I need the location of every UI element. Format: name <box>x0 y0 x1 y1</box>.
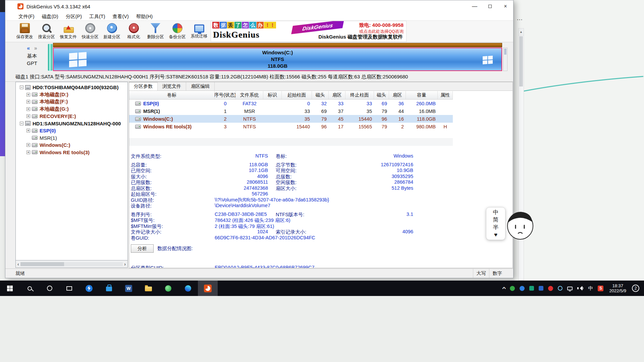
column-header[interactable]: 扇区 <box>389 91 406 99</box>
tray-360-icon[interactable] <box>558 286 562 291</box>
app-edge-button[interactable] <box>178 281 198 296</box>
column-header[interactable]: 磁头 <box>312 91 329 99</box>
tree-item[interactable]: −HD1:SAMSUNGMZNLN128HAHQ-000 <box>16 120 127 127</box>
tree-expander-icon[interactable]: + <box>26 114 30 118</box>
scrollbar-thumb[interactable] <box>20 262 64 266</box>
tree-item[interactable]: +ESP(0) <box>16 127 127 134</box>
tree-expander-icon[interactable]: + <box>26 143 30 147</box>
network-icon[interactable] <box>567 287 573 290</box>
tab-browse-files[interactable]: 浏览文件 <box>158 82 186 90</box>
recover-files-button[interactable]: 恢复文件 <box>58 21 79 42</box>
column-header[interactable]: 磁头 <box>374 91 389 99</box>
partition-row[interactable]: ESP(0)0FAT3203233336936260.0MB <box>129 100 453 107</box>
maximize-button[interactable] <box>482 0 498 12</box>
background-scrollbar[interactable]: ▲ <box>518 28 524 281</box>
menu-item[interactable]: 工具(T) <box>86 13 109 20</box>
notification-count-badge[interactable]: 2 <box>632 285 639 292</box>
app-browser-button[interactable] <box>158 281 178 296</box>
column-header[interactable]: 起始柱面 <box>282 91 312 99</box>
close-button[interactable]: × <box>498 0 513 12</box>
partition-row[interactable]: Windows RE tools(3)3NTFS1544096171556579… <box>129 123 453 130</box>
ime-heart-icon[interactable]: ♥ <box>494 232 497 238</box>
tree-expander-icon[interactable]: − <box>20 122 23 125</box>
ime-mascot[interactable] <box>505 209 534 241</box>
tree-expander-icon[interactable]: + <box>26 93 30 97</box>
partition-bar-windows-c[interactable]: Windows(C:) NTFS 118.0GB <box>53 48 502 71</box>
tree-expander-icon[interactable]: − <box>20 85 23 89</box>
scrollbar-track[interactable] <box>20 262 123 266</box>
column-header[interactable]: 扇区 <box>329 91 345 99</box>
menu-item[interactable]: 文件(F) <box>15 13 38 20</box>
system-migrate-button[interactable]: 系统迁移 <box>189 21 210 42</box>
column-header[interactable]: 卷标 <box>129 91 215 99</box>
tree-item[interactable]: −HD0:TOSHIBAMQ04ABF100(932GB) <box>16 84 127 91</box>
new-partition-button[interactable]: 新建分区 <box>101 21 122 42</box>
tray-driver-icon[interactable] <box>548 286 553 291</box>
minimize-button[interactable]: — <box>467 0 482 12</box>
tree-expander-icon[interactable]: + <box>26 150 30 154</box>
column-header[interactable]: 属性 <box>438 91 453 99</box>
speaker-icon[interactable] <box>577 286 583 291</box>
scroll-left-arrow-icon[interactable]: ‹ <box>17 261 19 267</box>
tree-item[interactable]: +本地磁盘(F:) <box>16 98 127 106</box>
disk-selector-handle[interactable] <box>48 44 52 71</box>
tree-horizontal-scrollbar[interactable]: ‹ › <box>15 260 128 268</box>
search-partition-button[interactable]: 搜索分区 <box>36 21 57 42</box>
disk-graph-scrollbar[interactable] <box>503 48 507 71</box>
backup-partition-button[interactable]: 备份分区 <box>167 21 188 42</box>
menu-item[interactable]: 帮助(H) <box>132 13 156 20</box>
scroll-right-arrow-icon[interactable]: › <box>124 261 126 267</box>
column-header[interactable]: 终止柱面 <box>345 91 374 99</box>
cortana-button[interactable] <box>40 281 59 296</box>
analyze-button[interactable]: 分析 <box>131 244 154 253</box>
tray-app-blue-icon[interactable] <box>520 286 525 291</box>
scroll-up-arrow-icon[interactable]: ▲ <box>519 28 524 36</box>
menu-item[interactable]: 查看(V) <box>109 13 132 20</box>
tree-expander-icon[interactable]: + <box>26 100 30 104</box>
ime-mode-halfwidth[interactable]: 半 <box>493 225 499 230</box>
tree-item[interactable]: +RECOVERY(E:) <box>16 113 127 120</box>
ime-mode-chinese[interactable]: 中 <box>493 209 499 215</box>
ad-banner[interactable]: 数据丢了怎么办！！ DiskGenius DiskGenius 致电: 400-… <box>211 21 407 42</box>
tree-expander-icon[interactable]: + <box>26 107 30 111</box>
menu-item[interactable]: 分区(P) <box>62 13 86 20</box>
tree-item[interactable]: +Windows RE tools(3) <box>16 149 127 156</box>
quick-partition-button[interactable]: 快速分区 <box>79 21 101 42</box>
partition-row[interactable]: Windows(C:)2NTFS357945154409616118.0GB <box>129 115 453 123</box>
format-button[interactable]: 格式化 <box>123 21 144 42</box>
ime-mode-simplified[interactable]: 简 <box>493 217 499 223</box>
menu-item[interactable]: 磁盘(D) <box>38 13 62 20</box>
ime-language-indicator[interactable]: 中 <box>588 285 593 292</box>
taskbar-clock[interactable]: 18:37 2022/5/9 <box>609 283 626 293</box>
app-word-button[interactable] <box>119 281 139 296</box>
app-diskgenius-button[interactable] <box>198 281 218 296</box>
more-options-icon[interactable]: ⋯ <box>515 16 524 23</box>
tree-item[interactable]: +本地磁盘(G:) <box>16 106 127 113</box>
column-header[interactable]: 容量 <box>406 91 438 99</box>
tab-partition-params[interactable]: 分区参数 <box>129 82 158 90</box>
next-disk-arrow-icon[interactable]: » <box>34 45 37 51</box>
scrollbar-thumb[interactable] <box>504 49 506 55</box>
task-view-button[interactable] <box>59 281 79 296</box>
tray-app-teal-icon[interactable] <box>529 286 534 291</box>
app-thunder-button[interactable] <box>79 281 99 296</box>
hidden-icons-chevron-icon[interactable]: ^ <box>502 286 506 291</box>
tree-item[interactable]: +Windows(C:) <box>16 141 127 149</box>
delete-partition-button[interactable]: 删除分区 <box>145 21 166 42</box>
app-store-button[interactable] <box>99 281 119 296</box>
tree-item[interactable]: +本地磁盘(D:) <box>16 91 127 99</box>
sogou-input-icon[interactable]: S <box>598 286 603 291</box>
column-header[interactable]: 文件系统 <box>236 91 263 99</box>
column-header[interactable]: 标识 <box>263 91 282 99</box>
disk-capacity-strip[interactable] <box>53 43 502 47</box>
partition-row[interactable]: MSR(1)1MSR33693735794416.0MB <box>129 107 453 115</box>
tree-expander-icon[interactable]: + <box>26 129 30 132</box>
column-header[interactable]: 序号(状态) <box>215 91 236 99</box>
tray-security-icon[interactable] <box>510 286 515 291</box>
tab-sector-edit[interactable]: 扇区编辑 <box>186 82 215 90</box>
ime-status-panel[interactable]: 中简半♥ <box>486 207 505 240</box>
save-button[interactable]: 保存更改 <box>14 21 35 42</box>
search-button[interactable] <box>20 281 40 296</box>
app-explorer-button[interactable] <box>139 281 158 296</box>
prev-disk-arrow-icon[interactable]: « <box>27 45 30 51</box>
